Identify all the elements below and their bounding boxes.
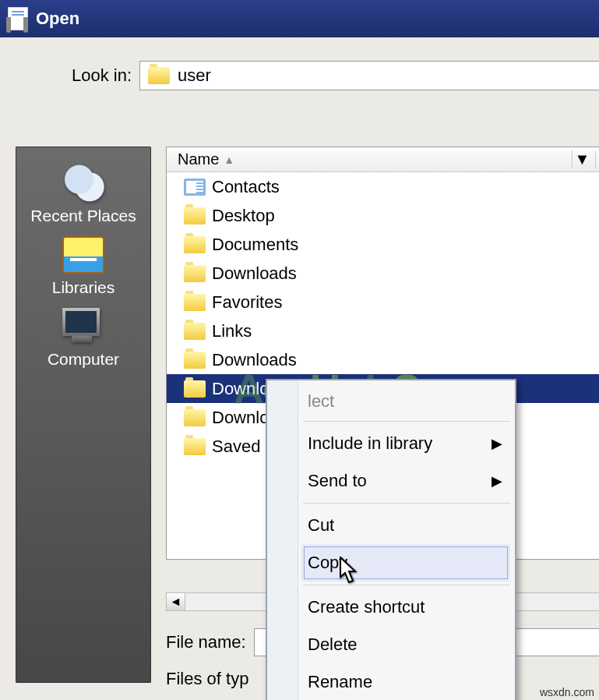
context-menu-item-label: Delete [308,635,358,655]
context-menu-item-label: Create shortcut [308,597,425,617]
sidebar-item-recent-places[interactable]: Recent Places [30,164,136,225]
sidebar-item-computer[interactable]: Computer [48,308,119,369]
file-row[interactable]: Downloads [167,259,599,288]
sidebar-item-label: Computer [48,350,119,369]
file-name-label: Saved [212,437,260,457]
source-watermark: wsxdn.com [540,686,594,698]
column-separator [595,151,596,168]
file-name-label: Links [212,321,252,341]
filetype-label: Files of typ [166,669,248,689]
look-in-row: Look in: user [9,45,599,98]
context-menu-separator [303,421,510,422]
context-menu-item-label: lect [308,391,334,412]
sidebar-item-label: Libraries [52,278,115,297]
context-menu-item[interactable]: Copy [301,544,510,582]
context-menu-item[interactable]: Delete [267,626,515,663]
libraries-icon [62,236,104,274]
context-menu-item-label: Rename [308,672,372,692]
look-in-combo[interactable]: user [139,61,599,90]
context-menu-item-label: Send to [308,471,367,491]
context-menu-item[interactable]: Rename [267,663,515,700]
context-menu-item[interactable]: Create shortcut [267,589,515,626]
sidebar-item-libraries[interactable]: Libraries [52,236,115,297]
context-menu-item[interactable]: Send to [267,462,515,500]
column-dropdown-icon[interactable]: ▼ [572,150,592,168]
sidebar-item-label: Recent Places [30,207,136,225]
context-menu-item-label: Cut [308,515,334,536]
computer-icon [62,308,104,345]
file-name-label: Downloads [212,263,297,284]
context-menu-separator [303,503,510,504]
file-row[interactable]: Downloads [167,345,599,374]
sort-ascending-icon: ▲ [224,154,234,166]
notepad-app-icon [8,7,28,30]
title-bar: Open [0,0,599,37]
context-menu: lectInclude in librarySend toCutCopyCrea… [266,379,516,700]
context-menu-item[interactable]: Include in library [267,425,515,462]
folder-icon [184,409,206,426]
folder-icon [184,323,206,340]
file-name-label: Documents [212,235,298,255]
file-row[interactable]: Links [167,316,599,345]
file-row[interactable]: Documents [167,230,599,259]
file-name-label: Desktop [212,206,275,226]
file-name-label: Downloads [212,350,297,370]
file-row[interactable]: Desktop [167,201,599,230]
context-menu-item[interactable]: Cut [267,507,515,544]
places-bar: Recent Places Libraries Computer [16,147,151,683]
folder-icon [184,352,206,369]
folder-icon [184,207,206,224]
context-menu-item[interactable]: lect [267,384,515,418]
folder-icon [184,236,206,253]
scroll-left-icon[interactable]: ◄ [167,593,185,610]
context-menu-item-label: Include in library [308,433,432,454]
filename-label: File name: [166,632,246,652]
recent-places-icon [62,164,104,202]
file-name-label: Contacts [212,177,280,197]
context-menu-item-label: Copy [308,553,347,573]
context-menu-separator [303,585,510,585]
look-in-value: user [178,65,211,86]
folder-icon [184,380,206,398]
file-row[interactable]: Contacts [167,172,599,201]
look-in-label: Look in: [72,65,132,86]
contacts-icon [184,179,206,196]
folder-icon [184,294,206,311]
file-row[interactable]: Favorites [167,288,599,316]
dialog-client: Look in: user Recent Places Libraries Co… [0,37,599,700]
column-name[interactable]: Name [178,150,219,168]
window-title: Open [36,9,79,29]
folder-icon [184,265,206,282]
folder-icon [184,438,206,455]
list-header[interactable]: Name ▲ ▼ [167,147,599,172]
folder-icon [148,67,170,84]
file-name-label: Favorites [212,292,282,313]
